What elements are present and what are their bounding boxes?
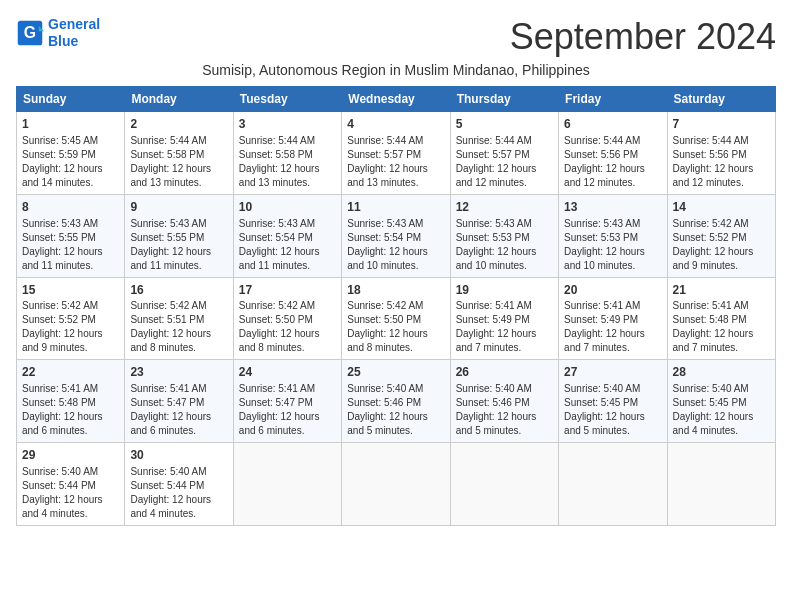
daylight: Daylight: 12 hours and 13 minutes. (130, 163, 211, 188)
daylight: Daylight: 12 hours and 11 minutes. (239, 246, 320, 271)
sunrise: Sunrise: 5:41 AM (22, 383, 98, 394)
calendar-cell: 30Sunrise: 5:40 AMSunset: 5:44 PMDayligh… (125, 443, 233, 526)
calendar-cell: 27Sunrise: 5:40 AMSunset: 5:45 PMDayligh… (559, 360, 667, 443)
header-friday: Friday (559, 87, 667, 112)
sunrise: Sunrise: 5:42 AM (673, 218, 749, 229)
month-title: September 2024 (510, 16, 776, 58)
daylight: Daylight: 12 hours and 12 minutes. (456, 163, 537, 188)
sunrise: Sunrise: 5:42 AM (239, 300, 315, 311)
sunset: Sunset: 5:48 PM (673, 314, 747, 325)
sunset: Sunset: 5:46 PM (347, 397, 421, 408)
sunset: Sunset: 5:54 PM (239, 232, 313, 243)
sunrise: Sunrise: 5:40 AM (347, 383, 423, 394)
sunset: Sunset: 5:53 PM (456, 232, 530, 243)
sunrise: Sunrise: 5:41 AM (130, 383, 206, 394)
page-header: G General Blue September 2024 (16, 16, 776, 58)
header-row: SundayMondayTuesdayWednesdayThursdayFrid… (17, 87, 776, 112)
sunset: Sunset: 5:55 PM (22, 232, 96, 243)
sunset: Sunset: 5:57 PM (456, 149, 530, 160)
daylight: Daylight: 12 hours and 5 minutes. (564, 411, 645, 436)
sunset: Sunset: 5:58 PM (239, 149, 313, 160)
calendar-cell: 24Sunrise: 5:41 AMSunset: 5:47 PMDayligh… (233, 360, 341, 443)
calendar-cell: 2Sunrise: 5:44 AMSunset: 5:58 PMDaylight… (125, 112, 233, 195)
sunset: Sunset: 5:56 PM (673, 149, 747, 160)
day-number: 5 (456, 116, 553, 133)
day-number: 3 (239, 116, 336, 133)
calendar-cell: 7Sunrise: 5:44 AMSunset: 5:56 PMDaylight… (667, 112, 775, 195)
sunset: Sunset: 5:44 PM (130, 480, 204, 491)
sunrise: Sunrise: 5:44 AM (239, 135, 315, 146)
sunset: Sunset: 5:48 PM (22, 397, 96, 408)
daylight: Daylight: 12 hours and 14 minutes. (22, 163, 103, 188)
daylight: Daylight: 12 hours and 8 minutes. (239, 328, 320, 353)
day-number: 10 (239, 199, 336, 216)
daylight: Daylight: 12 hours and 8 minutes. (347, 328, 428, 353)
calendar-cell: 9Sunrise: 5:43 AMSunset: 5:55 PMDaylight… (125, 194, 233, 277)
calendar-cell: 26Sunrise: 5:40 AMSunset: 5:46 PMDayligh… (450, 360, 558, 443)
sunset: Sunset: 5:51 PM (130, 314, 204, 325)
daylight: Daylight: 12 hours and 6 minutes. (130, 411, 211, 436)
week-row-5: 29Sunrise: 5:40 AMSunset: 5:44 PMDayligh… (17, 443, 776, 526)
day-number: 4 (347, 116, 444, 133)
day-number: 8 (22, 199, 119, 216)
day-number: 11 (347, 199, 444, 216)
day-number: 6 (564, 116, 661, 133)
sunset: Sunset: 5:47 PM (130, 397, 204, 408)
week-row-1: 1Sunrise: 5:45 AMSunset: 5:59 PMDaylight… (17, 112, 776, 195)
calendar-cell: 12Sunrise: 5:43 AMSunset: 5:53 PMDayligh… (450, 194, 558, 277)
sunset: Sunset: 5:56 PM (564, 149, 638, 160)
sunrise: Sunrise: 5:43 AM (22, 218, 98, 229)
sunrise: Sunrise: 5:42 AM (22, 300, 98, 311)
calendar-cell: 23Sunrise: 5:41 AMSunset: 5:47 PMDayligh… (125, 360, 233, 443)
calendar-cell (559, 443, 667, 526)
sunrise: Sunrise: 5:44 AM (347, 135, 423, 146)
header-tuesday: Tuesday (233, 87, 341, 112)
sunrise: Sunrise: 5:43 AM (130, 218, 206, 229)
sunset: Sunset: 5:46 PM (456, 397, 530, 408)
calendar-cell: 22Sunrise: 5:41 AMSunset: 5:48 PMDayligh… (17, 360, 125, 443)
header-saturday: Saturday (667, 87, 775, 112)
header-wednesday: Wednesday (342, 87, 450, 112)
sunset: Sunset: 5:53 PM (564, 232, 638, 243)
sunrise: Sunrise: 5:44 AM (456, 135, 532, 146)
day-number: 19 (456, 282, 553, 299)
week-row-3: 15Sunrise: 5:42 AMSunset: 5:52 PMDayligh… (17, 277, 776, 360)
sunrise: Sunrise: 5:42 AM (130, 300, 206, 311)
day-number: 23 (130, 364, 227, 381)
sunrise: Sunrise: 5:40 AM (456, 383, 532, 394)
daylight: Daylight: 12 hours and 7 minutes. (564, 328, 645, 353)
calendar-cell: 14Sunrise: 5:42 AMSunset: 5:52 PMDayligh… (667, 194, 775, 277)
day-number: 26 (456, 364, 553, 381)
day-number: 30 (130, 447, 227, 464)
sunrise: Sunrise: 5:40 AM (673, 383, 749, 394)
calendar-table: SundayMondayTuesdayWednesdayThursdayFrid… (16, 86, 776, 526)
daylight: Daylight: 12 hours and 5 minutes. (456, 411, 537, 436)
daylight: Daylight: 12 hours and 4 minutes. (673, 411, 754, 436)
sunset: Sunset: 5:45 PM (564, 397, 638, 408)
sunrise: Sunrise: 5:43 AM (239, 218, 315, 229)
calendar-cell: 5Sunrise: 5:44 AMSunset: 5:57 PMDaylight… (450, 112, 558, 195)
calendar-cell (233, 443, 341, 526)
sunrise: Sunrise: 5:40 AM (564, 383, 640, 394)
day-number: 17 (239, 282, 336, 299)
daylight: Daylight: 12 hours and 10 minutes. (564, 246, 645, 271)
daylight: Daylight: 12 hours and 11 minutes. (130, 246, 211, 271)
day-number: 18 (347, 282, 444, 299)
sunrise: Sunrise: 5:43 AM (456, 218, 532, 229)
calendar-cell: 15Sunrise: 5:42 AMSunset: 5:52 PMDayligh… (17, 277, 125, 360)
day-number: 1 (22, 116, 119, 133)
sunset: Sunset: 5:59 PM (22, 149, 96, 160)
sunset: Sunset: 5:55 PM (130, 232, 204, 243)
daylight: Daylight: 12 hours and 8 minutes. (130, 328, 211, 353)
calendar-cell: 17Sunrise: 5:42 AMSunset: 5:50 PMDayligh… (233, 277, 341, 360)
sunrise: Sunrise: 5:43 AM (564, 218, 640, 229)
day-number: 28 (673, 364, 770, 381)
sunrise: Sunrise: 5:41 AM (564, 300, 640, 311)
sunrise: Sunrise: 5:44 AM (564, 135, 640, 146)
daylight: Daylight: 12 hours and 6 minutes. (239, 411, 320, 436)
sunset: Sunset: 5:47 PM (239, 397, 313, 408)
sunset: Sunset: 5:57 PM (347, 149, 421, 160)
logo: G General Blue (16, 16, 100, 50)
calendar-cell: 1Sunrise: 5:45 AMSunset: 5:59 PMDaylight… (17, 112, 125, 195)
calendar-cell (667, 443, 775, 526)
